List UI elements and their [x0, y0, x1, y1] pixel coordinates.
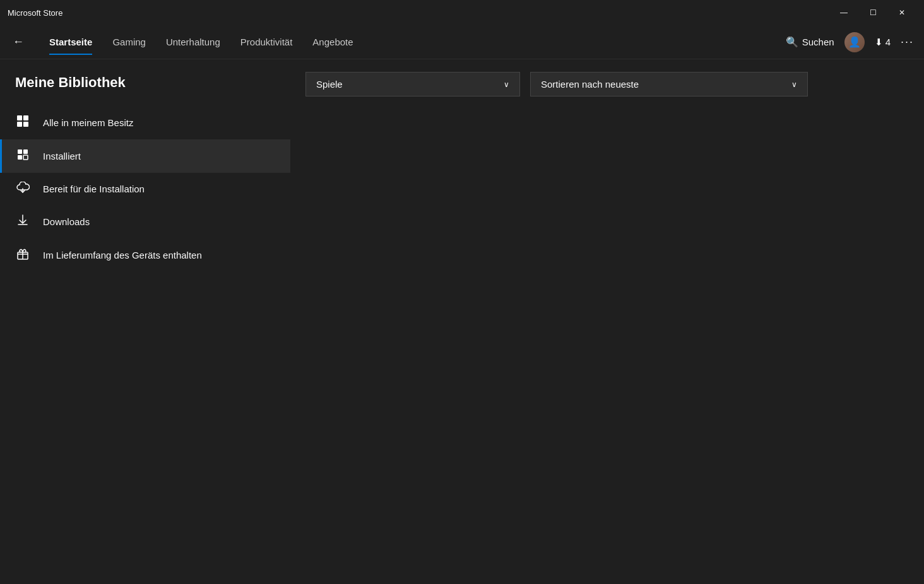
gift-icon: [15, 247, 30, 263]
tab-angebote[interactable]: Angebote: [305, 33, 360, 51]
svg-rect-1: [23, 115, 28, 120]
sidebar-item-downloads[interactable]: Downloads: [0, 205, 290, 238]
nav-right: 🔍 Suchen 👤 ⬇ 4 ···: [786, 32, 914, 52]
search-icon: 🔍: [786, 36, 798, 48]
avatar-image: 👤: [844, 32, 865, 52]
maximize-button[interactable]: ☐: [858, 0, 887, 25]
installed-icon: [15, 148, 30, 164]
cloud-icon: [15, 182, 30, 196]
title-bar-controls: — ☐ ✕: [829, 0, 916, 25]
filter-row: Spiele ∨ Sortieren nach neueste ∨: [305, 72, 909, 96]
tab-produktivitat[interactable]: Produktivität: [233, 33, 300, 51]
close-button[interactable]: ✕: [887, 0, 916, 25]
user-avatar[interactable]: 👤: [844, 32, 865, 52]
svg-rect-7: [23, 155, 28, 160]
app-title: Microsoft Store: [8, 8, 62, 18]
grid-icon: [15, 115, 30, 131]
sidebar-item-alle[interactable]: Alle in meinem Besitz: [0, 106, 290, 139]
downloads-button[interactable]: ⬇ 4: [875, 37, 891, 48]
svg-rect-4: [18, 149, 22, 154]
category-filter[interactable]: Spiele ∨: [305, 72, 520, 96]
sidebar-item-lieferumfang[interactable]: Im Lieferumfang des Geräts enthalten: [0, 238, 290, 272]
tab-unterhaltung[interactable]: Unterhaltung: [158, 33, 228, 51]
svg-rect-5: [23, 149, 28, 154]
tab-startseite[interactable]: Startseite: [42, 33, 100, 51]
svg-rect-2: [17, 122, 22, 127]
tab-gaming[interactable]: Gaming: [105, 33, 153, 51]
sidebar-item-installiert[interactable]: Installiert: [0, 139, 290, 173]
title-bar-left: Microsoft Store: [8, 8, 62, 18]
sidebar: Meine Bibliothek Alle in meinem Besitz: [0, 59, 290, 584]
search-button[interactable]: 🔍 Suchen: [786, 36, 834, 48]
sort-chevron-icon: ∨: [791, 80, 797, 89]
svg-rect-3: [23, 122, 28, 127]
back-button[interactable]: ←: [10, 33, 27, 51]
nav-tabs: Startseite Gaming Unterhaltung Produktiv…: [42, 33, 786, 51]
svg-rect-6: [18, 155, 22, 160]
sort-filter[interactable]: Sortieren nach neueste ∨: [530, 72, 808, 96]
title-bar: Microsoft Store — ☐ ✕: [0, 0, 924, 25]
more-button[interactable]: ···: [901, 35, 914, 49]
sidebar-item-bereit[interactable]: Bereit für die Installation: [0, 173, 290, 205]
minimize-button[interactable]: —: [829, 0, 858, 25]
right-content: Spiele ∨ Sortieren nach neueste ∨: [290, 59, 924, 584]
sidebar-title: Meine Bibliothek: [0, 74, 290, 91]
main-content: Meine Bibliothek Alle in meinem Besitz: [0, 59, 924, 584]
svg-rect-0: [17, 115, 22, 120]
download-icon: ⬇: [875, 37, 883, 48]
category-chevron-icon: ∨: [504, 80, 509, 89]
nav-bar: ← Startseite Gaming Unterhaltung Produkt…: [0, 25, 924, 59]
download-arrow-icon: [15, 214, 30, 230]
